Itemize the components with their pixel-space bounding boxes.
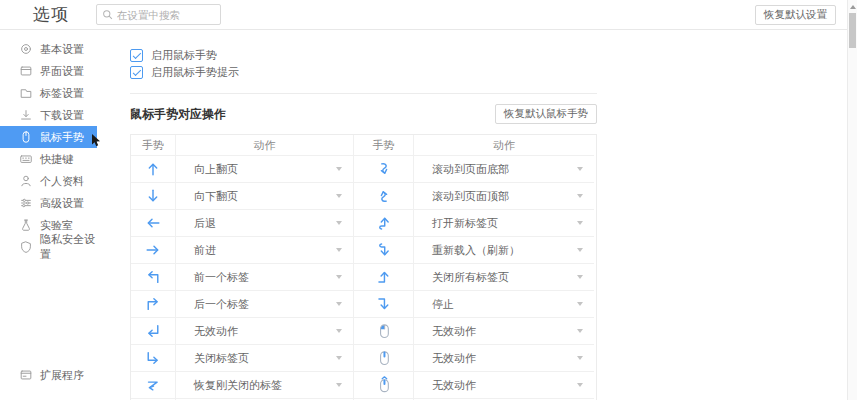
gesture-up-left-icon <box>144 268 162 286</box>
flask-icon <box>19 218 33 232</box>
sidebar-bottom: 扩展程序 <box>0 364 97 386</box>
action-label: 向上翻页 <box>194 162 238 177</box>
gesture-cell <box>354 264 414 291</box>
sidebar-item-extensions[interactable]: 扩展程序 <box>0 364 97 386</box>
action-dropdown[interactable]: 停止 <box>414 291 594 318</box>
sidebar-nav: 基本设置界面设置标签设置下载设置鼠标手势快捷键个人资料高级设置实验室隐私安全设置… <box>0 30 97 400</box>
gesture-down-right-icon <box>144 349 162 367</box>
section-title: 鼠标手势对应操作 <box>130 106 226 123</box>
chevron-down-icon <box>577 383 583 387</box>
gesture-cell <box>354 183 414 210</box>
gesture-right-icon <box>144 241 162 259</box>
extension-icon <box>19 368 33 382</box>
action-label: 滚动到页面顶部 <box>432 189 509 204</box>
mouse-icon <box>19 130 33 144</box>
top-bar: 选项 恢复默认设置 <box>0 0 857 30</box>
page-title: 选项 <box>33 3 69 26</box>
column-header: 动作 <box>414 135 594 156</box>
column-header: 手势 <box>354 135 414 156</box>
chevron-down-icon <box>577 329 583 333</box>
gesture-cell <box>354 318 414 345</box>
action-dropdown[interactable]: 无效动作 <box>414 318 594 345</box>
action-dropdown[interactable]: 向上翻页 <box>176 156 354 183</box>
scrollbar-thumb[interactable] <box>849 13 856 48</box>
options-page: 选项 恢复默认设置 基本设置界面设置标签设置下载设置鼠标手势快捷键个人资料高级设… <box>0 0 857 400</box>
action-dropdown[interactable]: 关闭所有标签页 <box>414 264 594 291</box>
gesture-cell <box>354 291 414 318</box>
sidebar-item-label: 下载设置 <box>40 108 84 123</box>
chevron-down-icon <box>336 302 342 306</box>
action-dropdown[interactable]: 关闭标签页 <box>176 345 354 372</box>
search-input[interactable] <box>113 9 215 21</box>
action-label: 停止 <box>432 297 454 312</box>
chevron-down-icon <box>336 356 342 360</box>
gesture-cell <box>131 264 176 291</box>
gesture-hook-up-icon <box>375 214 393 232</box>
tab-icon <box>19 86 33 100</box>
chevron-down-icon <box>336 275 342 279</box>
sidebar-item[interactable]: 隐私安全设置 <box>0 236 97 258</box>
action-dropdown[interactable]: 恢复刚关闭的标签 <box>176 372 354 399</box>
chevron-down-icon <box>336 167 342 171</box>
toggle-label: 启用鼠标手势提示 <box>151 65 239 80</box>
sidebar-item[interactable]: 快捷键 <box>0 148 97 170</box>
chevron-down-icon <box>577 275 583 279</box>
settings-search-box[interactable] <box>96 4 221 25</box>
gear-icon <box>19 42 33 56</box>
gesture-cell <box>131 183 176 210</box>
action-dropdown[interactable]: 滚动到页面底部 <box>414 156 594 183</box>
chevron-down-icon <box>577 221 583 225</box>
action-dropdown[interactable]: 无效动作 <box>176 318 354 345</box>
toggle-row: 启用鼠标手势 <box>130 47 597 64</box>
sidebar-item[interactable]: 基本设置 <box>0 38 97 60</box>
restore-gestures-button[interactable]: 恢复默认鼠标手势 <box>495 104 597 124</box>
sidebar-item[interactable]: 高级设置 <box>0 192 97 214</box>
toggle-label: 启用鼠标手势 <box>151 48 217 63</box>
sidebar-item[interactable]: 下载设置 <box>0 104 97 126</box>
sidebar-item[interactable]: 个人资料 <box>0 170 97 192</box>
checkbox-checked[interactable] <box>130 66 143 79</box>
action-dropdown[interactable]: 后退 <box>176 210 354 237</box>
gesture-cell <box>354 237 414 264</box>
download-icon <box>19 108 33 122</box>
action-dropdown[interactable]: 前进 <box>176 237 354 264</box>
scrollbar[interactable] <box>847 0 857 400</box>
sidebar-item-label: 个人资料 <box>40 174 84 189</box>
action-dropdown[interactable]: 打开新标签页 <box>414 210 594 237</box>
divider <box>130 93 597 94</box>
action-dropdown[interactable]: 无效动作 <box>414 372 594 399</box>
action-label: 前一个标签 <box>194 270 249 285</box>
scroll-up-arrow[interactable] <box>850 5 856 9</box>
action-dropdown[interactable]: 前一个标签 <box>176 264 354 291</box>
sidebar-item[interactable]: 界面设置 <box>0 60 97 82</box>
sidebar-items: 基本设置界面设置标签设置下载设置鼠标手势快捷键个人资料高级设置实验室隐私安全设置 <box>0 38 97 258</box>
window-icon <box>19 64 33 78</box>
chevron-down-icon <box>336 194 342 198</box>
checkbox-checked[interactable] <box>130 49 143 62</box>
sidebar-item[interactable]: 鼠标手势 <box>0 126 97 148</box>
gesture-cell <box>131 237 176 264</box>
gesture-toggles: 启用鼠标手势启用鼠标手势提示 <box>130 47 597 81</box>
action-dropdown[interactable]: 重新载入（刷新） <box>414 237 594 264</box>
action-label: 无效动作 <box>432 351 476 366</box>
action-label: 后退 <box>194 216 216 231</box>
restore-defaults-button[interactable]: 恢复默认设置 <box>755 5 836 25</box>
action-dropdown[interactable]: 后一个标签 <box>176 291 354 318</box>
action-label: 关闭所有标签页 <box>432 270 509 285</box>
action-dropdown[interactable]: 无效动作 <box>414 345 594 372</box>
gesture-cell <box>131 291 176 318</box>
shield-icon <box>19 240 33 254</box>
toggle-row: 启用鼠标手势提示 <box>130 64 597 81</box>
column-header: 手势 <box>131 135 176 156</box>
action-dropdown[interactable]: 向下翻页 <box>176 183 354 210</box>
action-label: 向下翻页 <box>194 189 238 204</box>
main-content: 启用鼠标手势启用鼠标手势提示 鼠标手势对应操作 恢复默认鼠标手势 手势 动作 手… <box>97 30 857 400</box>
action-label: 后一个标签 <box>194 297 249 312</box>
sidebar-item[interactable]: 标签设置 <box>0 82 97 104</box>
action-dropdown[interactable]: 滚动到页面顶部 <box>414 183 594 210</box>
sidebar-item-label: 扩展程序 <box>40 368 84 383</box>
chevron-down-icon <box>577 167 583 171</box>
chevron-down-icon <box>336 221 342 225</box>
gesture-right-left-icon <box>144 376 162 394</box>
person-icon <box>19 174 33 188</box>
